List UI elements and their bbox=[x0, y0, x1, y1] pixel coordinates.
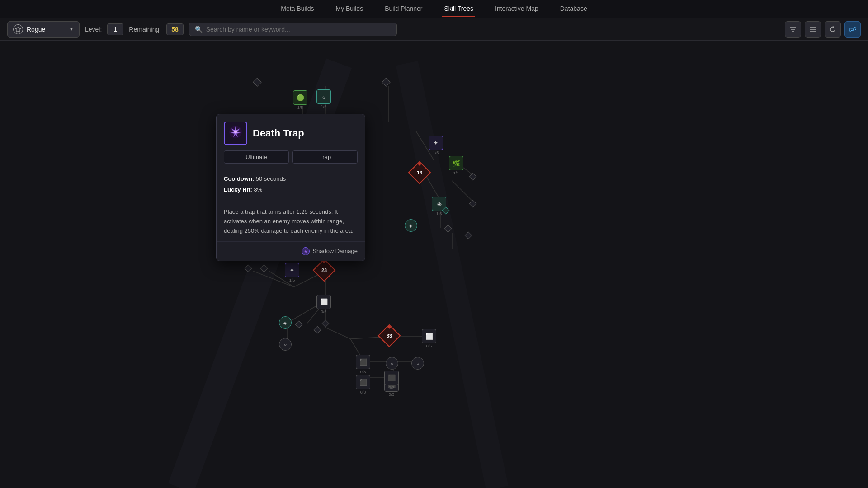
popup-tag-ultimate: Ultimate bbox=[224, 150, 289, 164]
sq-node-icon: 🌿 bbox=[449, 156, 463, 170]
remaining-label: Remaining: bbox=[129, 26, 161, 33]
remaining-value: 58 bbox=[166, 23, 184, 35]
node-gray-bot-1[interactable]: ⬜ 0/5 bbox=[422, 329, 436, 348]
node-gray-mid[interactable]: ⬜ 0/5 bbox=[316, 295, 331, 314]
diamond-node-wrap: 16 bbox=[410, 163, 429, 183]
round-node-bb3: ○ bbox=[279, 338, 292, 351]
node-sm-bot-1[interactable] bbox=[296, 322, 302, 327]
node-green-top-left[interactable]: 🟢 1/5 bbox=[293, 90, 307, 110]
node-red-diamond-23[interactable]: 23 bbox=[316, 262, 332, 278]
popup-header: Death Trap bbox=[217, 114, 365, 150]
node-sm-r5[interactable] bbox=[466, 233, 471, 238]
node-count: 1/5 bbox=[321, 104, 327, 109]
node-count: 1/5 bbox=[436, 211, 442, 216]
skill-canvas[interactable]: 🟢 1/5 ⬦ 1/5 ✦ 1/5 🌿 1/1 ◈ 1/5 ◈ bbox=[0, 41, 868, 488]
level-value: 1 bbox=[107, 23, 123, 35]
cooldown-line: Cooldown: 50 seconds bbox=[224, 175, 358, 183]
sq-node-icon: ✦ bbox=[429, 136, 443, 150]
skill-icon-inner bbox=[227, 124, 244, 143]
node-gray-bb-3[interactable]: ○ bbox=[279, 338, 292, 351]
node-count: 0/3 bbox=[360, 390, 366, 394]
search-input[interactable] bbox=[206, 26, 391, 33]
cooldown-label: Cooldown: bbox=[224, 175, 254, 182]
cooldown-value-text: 50 seconds bbox=[256, 175, 286, 182]
class-selector[interactable]: Rogue ▼ bbox=[7, 21, 80, 38]
nav-my-builds[interactable]: My Builds bbox=[334, 1, 365, 17]
node-top-green-diamond[interactable] bbox=[254, 79, 260, 85]
damage-type: Shadow Damage bbox=[302, 247, 358, 255]
node-gray-round-2[interactable]: ○ bbox=[411, 357, 424, 370]
search-icon: 🔍 bbox=[195, 26, 203, 33]
class-name: Rogue bbox=[27, 26, 66, 33]
nav-database[interactable]: Database bbox=[558, 1, 589, 17]
popup-tag-trap: Trap bbox=[292, 150, 358, 164]
lucky-hit-line: Lucky Hit: 8% bbox=[224, 186, 358, 194]
popup-footer: Shadow Damage bbox=[217, 241, 365, 261]
node-gray-round-1[interactable]: ○ bbox=[386, 357, 398, 370]
node-sm-diamond-r1[interactable] bbox=[470, 174, 476, 179]
svg-point-35 bbox=[234, 131, 237, 133]
sq-node-bottom: ⬛ bbox=[384, 371, 399, 385]
diamond-number-33: 33 bbox=[387, 333, 392, 338]
node-green-right-1[interactable]: 🌿 1/1 bbox=[449, 156, 463, 175]
node-red-diamond-16[interactable]: 16 bbox=[410, 163, 429, 183]
round-node-gray-1: ○ bbox=[386, 357, 398, 370]
node-gray-bb-1[interactable]: ⬛ 0/3 bbox=[356, 375, 370, 394]
nav-skill-trees[interactable]: Skill Trees bbox=[442, 1, 475, 17]
node-teal-round-right[interactable]: ◈ bbox=[405, 219, 417, 232]
node-count: 1/5 bbox=[433, 150, 439, 155]
skill-icon bbox=[224, 122, 247, 145]
damage-type-label: Shadow Damage bbox=[312, 248, 358, 254]
node-sm-r3[interactable] bbox=[470, 201, 476, 206]
top-nav: Meta Builds My Builds Build Planner Skil… bbox=[0, 0, 868, 18]
node-count: 0/5 bbox=[321, 310, 327, 314]
node-sm-bot-3[interactable] bbox=[323, 321, 328, 326]
sq-node-icon: ✦ bbox=[285, 263, 299, 277]
skill-popup: Death Trap Ultimate Trap Cooldown: 50 se… bbox=[216, 114, 365, 261]
popup-stats: Cooldown: 50 seconds Lucky Hit: 8% bbox=[217, 169, 365, 202]
damage-icon bbox=[302, 247, 310, 255]
nav-build-planner[interactable]: Build Planner bbox=[383, 1, 424, 17]
toolbar: Rogue ▼ Level: 1 Remaining: 58 🔍 bbox=[0, 18, 868, 41]
popup-tags: Ultimate Trap bbox=[217, 150, 365, 169]
node-purple-mid[interactable]: ✦ 1/5 bbox=[285, 263, 299, 282]
node-count: 0/3 bbox=[389, 392, 395, 397]
sq-node-gray-b1: ⬜ bbox=[422, 329, 436, 343]
node-count: 0/3 bbox=[360, 370, 366, 374]
node-count: 0/3 bbox=[389, 385, 395, 390]
node-mid-sm-2[interactable] bbox=[261, 266, 267, 271]
diamond-number: 16 bbox=[417, 170, 422, 175]
popup-skill-name: Death Trap bbox=[253, 127, 304, 139]
connection-lines bbox=[0, 41, 868, 488]
toolbar-actions bbox=[785, 21, 861, 38]
sq-node-bb1: ⬛ bbox=[356, 375, 370, 389]
node-red-diamond-33[interactable]: 33 bbox=[381, 328, 397, 344]
node-mid-sm-1[interactable] bbox=[245, 266, 251, 271]
nav-interactive-map[interactable]: Interactive Map bbox=[493, 1, 540, 17]
node-sm-bot-2[interactable] bbox=[315, 327, 320, 333]
lucky-hit-value-text: 8% bbox=[254, 186, 262, 193]
svg-line-25 bbox=[326, 328, 350, 339]
node-teal-top[interactable]: ⬦ 1/5 bbox=[316, 89, 331, 109]
filter-button[interactable] bbox=[785, 21, 801, 38]
svg-line-16 bbox=[452, 181, 475, 203]
diamond-number-23: 23 bbox=[321, 267, 327, 273]
popup-description: Place a trap that arms after 1.25 second… bbox=[217, 202, 365, 241]
list-view-button[interactable] bbox=[805, 21, 821, 38]
sq-node-icon: 🟢 bbox=[293, 90, 307, 105]
reset-button[interactable] bbox=[825, 21, 841, 38]
node-round-bottom-left[interactable]: ⬛ 0/3 bbox=[384, 371, 399, 390]
svg-line-7 bbox=[407, 63, 497, 488]
class-icon bbox=[13, 24, 23, 34]
node-top-right-diamond[interactable] bbox=[383, 79, 389, 85]
round-node-gray-2: ○ bbox=[411, 357, 424, 370]
node-gray-bot-2[interactable]: ⬛ 0/3 bbox=[356, 355, 370, 374]
chevron-down-icon: ▼ bbox=[69, 27, 74, 32]
nav-meta-builds[interactable]: Meta Builds bbox=[279, 1, 316, 17]
search-bar[interactable]: 🔍 bbox=[189, 23, 397, 36]
node-sm-r2[interactable] bbox=[443, 208, 448, 213]
node-sm-r4[interactable] bbox=[445, 226, 451, 231]
node-purple-top-right[interactable]: ✦ 1/5 bbox=[429, 136, 443, 155]
node-teal-round-bot-1[interactable]: ◈ bbox=[279, 316, 292, 329]
link-button[interactable] bbox=[844, 21, 861, 38]
